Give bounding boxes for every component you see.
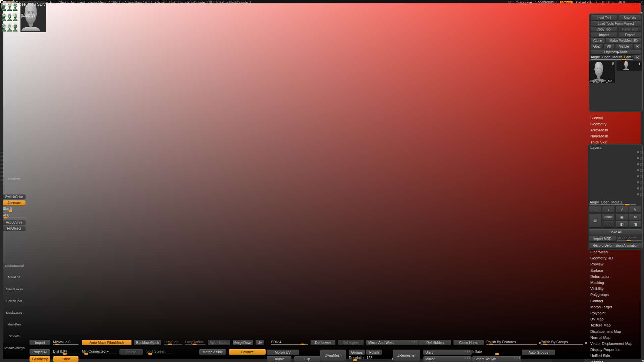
layer-record-dot[interactable] [637, 187, 639, 189]
flip-button[interactable]: Flip [294, 356, 320, 362]
auto-mask-fibermesh-button[interactable]: Auto Mask FiberMesh [82, 340, 131, 345]
section-visibility[interactable]: Visibility [590, 287, 604, 291]
fillobject-button[interactable]: FillObject [3, 226, 25, 231]
del-lower-button[interactable]: Del Lower [311, 340, 335, 345]
mirror-button[interactable]: Mirrorx y z [423, 356, 472, 362]
r-button[interactable]: R [634, 55, 641, 60]
polish-button[interactable]: Polish [366, 350, 382, 355]
smart-resym-button[interactable]: Smart ReSymx y z [472, 356, 521, 362]
slider-handle[interactable] [84, 353, 88, 355]
load-tools-from-project-button[interactable]: Load Tools From Project [591, 21, 641, 26]
close-holes-button[interactable]: Close Holes [453, 340, 484, 345]
del-hidden-button[interactable]: Del Hidden [419, 340, 451, 345]
xyz-axis-toggles[interactable]: x y z [412, 340, 418, 343]
section-deformation[interactable]: Deformation [590, 275, 610, 279]
zremesher-button[interactable]: ZRemesher [393, 350, 420, 361]
polish-by-groups-slider[interactable]: Polish By Groups [541, 340, 583, 345]
slider-handle[interactable] [63, 353, 67, 355]
double-button[interactable]: Double [267, 356, 291, 362]
mergedown-button[interactable]: MergeDown [233, 340, 253, 345]
slider-handle[interactable] [4, 217, 8, 219]
popup-item-target-mask-empty[interactable]: Target Mask (Empty) [3, 35, 40, 40]
section-displacement-map[interactable]: Displacement Map [590, 329, 621, 334]
angry-open-mout-1-slider[interactable]: Angry_Open_Mout 1 [590, 200, 636, 205]
section-layers[interactable]: Layers [590, 145, 601, 149]
layer-record-dot[interactable] [637, 163, 639, 165]
lazystep-slider[interactable]: LazyStep [164, 340, 182, 345]
gradient-label[interactable]: Gradient [0, 177, 28, 181]
polish-by-features-slider[interactable]: Polish By Features [486, 340, 537, 345]
record-deformation-animation-button[interactable]: Record Deformation Animation [589, 243, 642, 248]
rf-0-slider[interactable]: Rf 0 [3, 213, 25, 218]
xyz-axis-toggles[interactable]: x y z [465, 350, 471, 352]
slider-handle[interactable] [8, 210, 12, 212]
slider-track[interactable] [590, 204, 636, 205]
slider-track[interactable] [3, 211, 25, 211]
slider-handle[interactable] [55, 344, 59, 345]
copy-tool-button[interactable]: Copy Tool [591, 27, 617, 32]
morph-uv-button[interactable]: Morph UV [267, 350, 299, 355]
section-morph-target[interactable]: Morph Target [590, 305, 612, 309]
mdd-speed-slider[interactable]: MDD Speed [617, 236, 642, 241]
layer-copy-button[interactable]: ▣ [616, 214, 628, 220]
layer-record-dot[interactable] [637, 193, 639, 195]
sdiv-4-slider[interactable]: SDiv 4 [271, 340, 308, 345]
slider-track[interactable] [486, 344, 537, 345]
layer-merge-down-button[interactable]: ↳ [629, 206, 641, 213]
xyz-axis-toggles[interactable]: x y z [465, 357, 471, 359]
delete-button[interactable]: Delete [119, 349, 143, 355]
layer-record-dot[interactable] [637, 157, 639, 159]
section-contact[interactable]: Contact [590, 299, 603, 303]
layer-down-button[interactable]: ↓ [602, 206, 614, 213]
popup-item-shape[interactable]: Shape [3, 24, 14, 29]
popup-item-polypaint-empty[interactable]: PolyPaint (Empty) [3, 13, 35, 18]
projectall-button[interactable]: ProjectAll [30, 349, 50, 355]
lazyradius-slider[interactable]: LazyRadius [185, 340, 205, 345]
close-button[interactable]: ✕ [641, 1, 644, 4]
layer-visibility-eye-icon[interactable] [640, 193, 643, 196]
section-geometry[interactable]: Geometry [590, 122, 606, 126]
slider-handle[interactable] [625, 204, 629, 205]
section-surface[interactable]: Surface [590, 268, 603, 273]
current-tool-thumb[interactable]: 9Angry_Open_Mo [589, 61, 615, 83]
section-vector-displacement-map[interactable]: Vector Displacement Map [590, 342, 632, 346]
section-polypaint[interactable]: Polypaint [590, 311, 605, 315]
auto-groups-button[interactable]: Auto Groups [522, 350, 555, 355]
slider-handle[interactable] [148, 353, 152, 355]
r-button[interactable]: R [634, 44, 641, 49]
unify-button[interactable]: Unifyx y z [423, 350, 472, 355]
section-masking[interactable]: Masking [590, 281, 604, 285]
section-initialize[interactable]: Initialize [590, 360, 604, 362]
make-polymesh3d-button[interactable]: Make PolyMesh3D [606, 38, 641, 43]
section-nanomesh[interactable]: NanoMesh [590, 134, 608, 138]
paste-tool-button[interactable]: Paste Tool [619, 27, 641, 32]
geometry-button[interactable]: Geometry [30, 356, 50, 362]
mirror-and-weld-button[interactable]: Mirror And Weldx y z [366, 340, 419, 345]
midvalue-0-slider[interactable]: MidValue 0 [53, 340, 78, 345]
popup-item-angry-close-mou-sdiv-4[interactable]: Angry_Close_Mou SDiv 4 [3, 2, 49, 7]
layer-extra-button[interactable]: ▭ [602, 221, 614, 227]
section-unified-skin[interactable]: Unified Skin [590, 354, 610, 358]
visible-button[interactable]: Visible [615, 44, 633, 49]
layer-visibility-eye-icon[interactable] [640, 181, 643, 184]
switchcolor-button[interactable]: SwitchColor [3, 194, 25, 199]
all-button[interactable]: All [604, 44, 614, 49]
slider-track[interactable] [541, 344, 583, 345]
lightbox-tools-button[interactable]: Lightbox▶Tools [591, 50, 641, 54]
colorize-button[interactable]: Colorize [229, 349, 266, 355]
import-mdd-button[interactable]: Import MDD [589, 236, 616, 241]
import-button[interactable]: Import [30, 340, 50, 345]
uv-button[interactable]: Uv [256, 340, 264, 345]
slider-handle[interactable] [622, 59, 626, 60]
goz-button[interactable]: GoZ [591, 44, 602, 49]
section-geometry-hd[interactable]: Geometry HD [590, 256, 613, 260]
layer-visibility-eye-icon[interactable] [640, 151, 643, 154]
mergevisible-button[interactable]: MergeVisible [199, 349, 226, 355]
backfacemask-button[interactable]: BackfaceMask [134, 340, 161, 345]
section-polygroups[interactable]: Polygroups [590, 293, 609, 297]
layer-record-dot[interactable] [637, 151, 639, 153]
color-picker-square[interactable] [3, 3, 641, 359]
accucurve-button[interactable]: AccuCurve [3, 220, 25, 225]
del-higher-button[interactable]: Del Higher [338, 340, 364, 345]
blur-0-slider[interactable]: Blur 0 [3, 206, 25, 212]
